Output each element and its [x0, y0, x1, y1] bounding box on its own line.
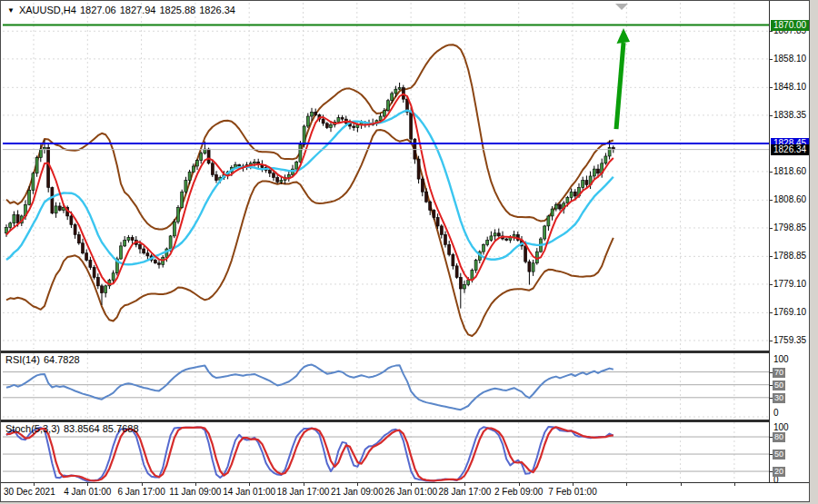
axis-tick-mark	[681, 482, 682, 486]
axis-tick-mark	[769, 31, 773, 32]
price-tick-label: 1779.10	[773, 279, 806, 289]
axis-tick-mark	[357, 482, 358, 486]
symbol-period-label: XAUUSD,H4	[19, 5, 76, 15]
axis-tick-mark	[769, 115, 773, 116]
symbol-dropdown-icon[interactable]: ▼	[7, 6, 15, 15]
rsi-indicator-label: RSI(14)64.7828	[5, 354, 84, 365]
rsi-scale-bottom: 0	[773, 408, 779, 418]
price-badge-last: 1826.34	[771, 144, 809, 155]
rsi-level-badge: 50	[773, 380, 785, 390]
price-tick-label: 1848.10	[773, 82, 806, 92]
price-axis-border	[769, 1, 770, 482]
axis-tick-mark	[769, 200, 773, 201]
axis-tick-mark	[769, 228, 773, 229]
candlestick-series[interactable]	[5, 83, 615, 309]
price-tick-label: 1769.10	[773, 307, 806, 317]
time-tick-label: 18 Jan 17:00	[277, 487, 330, 497]
time-tick-label: 11 Jan 09:00	[169, 487, 221, 497]
rsi-line[interactable]	[6, 365, 614, 410]
ma-fast-line[interactable]	[6, 94, 614, 285]
main-pane[interactable]	[3, 3, 769, 351]
axis-tick-mark	[769, 312, 773, 313]
panel-separator-main-rsi[interactable]	[1, 351, 769, 353]
chart-title: ▼XAUUSD,H41827.061827.941825.881826.34	[7, 5, 239, 15]
price-tick-label: 1788.85	[773, 251, 806, 261]
axis-tick-mark	[519, 482, 520, 486]
axis-tick-mark	[626, 482, 627, 486]
stoch-indicator-label: Stoch(5,3,3)83.8564 85.7688	[5, 423, 143, 434]
time-tick-label: 7 Feb 01:00	[548, 487, 596, 497]
mt4-chart-window: ▼XAUUSD,H41827.061827.941825.881826.34 R…	[0, 0, 818, 504]
price-badge-resistance: 1870.00	[771, 20, 809, 31]
time-tick-label: 26 Jan 01:00	[384, 487, 437, 497]
price-tick-label: 1838.35	[773, 110, 806, 120]
stoch-level-badge: 20	[773, 467, 785, 477]
rsi-level-badge: 30	[773, 393, 785, 403]
stoch-level-badge: 80	[773, 432, 785, 442]
price-tick-label: 1808.60	[773, 194, 806, 204]
ohlc-close: 1826.34	[199, 5, 235, 15]
stoch-value: 83.8564 85.7688	[64, 423, 139, 434]
price-tick-label: 1798.85	[773, 222, 806, 232]
axis-tick-mark	[142, 482, 143, 486]
time-tick-label: 2 Feb 09:00	[494, 487, 543, 497]
ohlc-high: 1827.94	[120, 5, 156, 15]
price-tick-label: 1858.10	[773, 54, 806, 64]
axis-tick-mark	[734, 482, 735, 486]
time-tick-label: 6 Jan 17:00	[117, 487, 165, 497]
price-tick-label: 1818.60	[773, 166, 806, 176]
time-axis-border	[1, 482, 809, 483]
rsi-value: 64.7828	[44, 354, 80, 365]
chart-area: ▼XAUUSD,H41827.061827.941825.881826.34 R…	[0, 0, 810, 502]
buy-arrow-annotation[interactable]	[616, 28, 630, 129]
price-tick-label: 1759.35	[773, 335, 806, 345]
time-tick-label: 30 Dec 2021	[4, 487, 55, 497]
ohlc-open: 1827.06	[80, 5, 116, 15]
ohlc-low: 1825.88	[159, 5, 195, 15]
panel-separator-rsi-stoch[interactable]	[1, 420, 769, 422]
time-tick-label: 14 Jan 01:00	[223, 487, 275, 497]
rsi-level-badge: 70	[773, 368, 785, 378]
bollinger-bands[interactable]	[6, 44, 614, 336]
axis-tick-mark	[769, 59, 773, 60]
axis-tick-mark	[769, 284, 773, 285]
axis-tick-mark	[769, 341, 773, 341]
axis-tick-mark	[769, 172, 773, 173]
axis-tick-mark	[464, 482, 465, 486]
time-tick-label: 4 Jan 01:00	[64, 487, 111, 497]
stoch-scale-top: 100	[773, 422, 789, 432]
axis-tick-mark	[573, 482, 574, 486]
axis-tick-mark	[87, 482, 88, 486]
axis-tick-mark	[249, 482, 250, 486]
axis-tick-mark	[769, 256, 773, 257]
stoch-name: Stoch(5,3,3)	[5, 423, 60, 434]
axis-tick-mark	[34, 482, 35, 486]
axis-tick-mark	[411, 482, 412, 486]
axis-tick-mark	[304, 482, 304, 486]
time-tick-label: 21 Jan 09:00	[331, 487, 384, 497]
axis-tick-mark	[195, 482, 196, 486]
stoch-level-badge: 50	[773, 450, 785, 460]
rsi-pane[interactable]	[3, 353, 769, 420]
rsi-scale-top: 100	[773, 354, 789, 364]
axis-tick-mark	[769, 87, 773, 88]
rsi-name: RSI(14)	[5, 354, 40, 365]
time-tick-label: 28 Jan 17:00	[438, 487, 491, 497]
